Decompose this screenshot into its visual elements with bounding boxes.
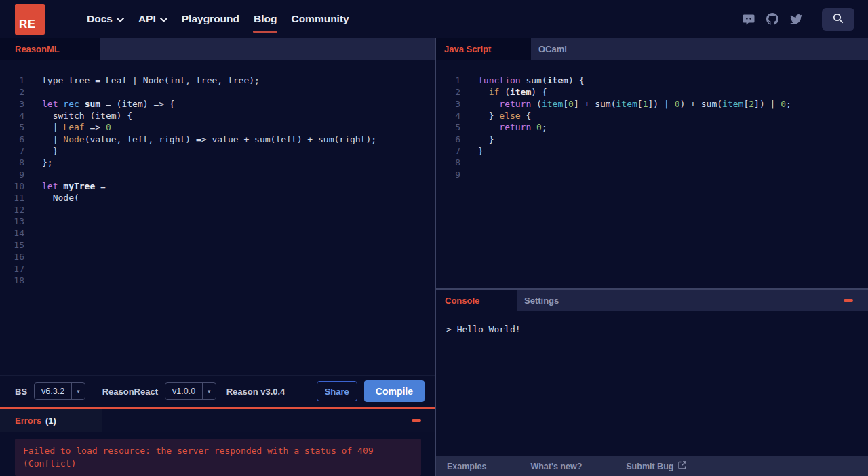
line-number: 12 [0,204,24,216]
chevron-down-icon [117,18,124,22]
code-line: 1function sum(item) { [436,75,868,86]
code-line: 8 [436,157,868,168]
twitter-icon[interactable] [790,14,802,24]
reason-editor-panel: ReasonML 1type tree = Leaf | Node(int, t… [0,38,435,476]
tab-label: ReasonML [15,44,60,54]
code-line: 9 [436,169,868,180]
reason-version-text: Reason v3.0.4 [226,386,285,397]
reason-code-editor[interactable]: 1type tree = Leaf | Node(int, tree, tree… [0,60,435,375]
main-area: ReasonML 1type tree = Leaf | Node(int, t… [0,38,868,476]
code-line: 8}; [0,157,435,168]
tab-console[interactable]: Console [436,290,517,311]
chevron-down-icon [160,18,167,22]
line-number: 9 [0,169,24,180]
footer-label: What's new? [530,462,582,471]
line-number: 4 [436,110,460,121]
code-line: 10let myTree = [0,180,435,192]
error-message: Failed to load resource: the server resp… [15,439,421,476]
code-line: 7 } [0,145,435,157]
code-line: 1type tree = Leaf | Node(int, tree, tree… [0,75,435,86]
nav-item-label: API [138,13,156,25]
tab-errors[interactable]: Errors (1) [0,409,102,432]
nav-item-community[interactable]: Community [291,13,349,25]
code-line: 17 [0,263,435,275]
line-number: 1 [436,75,460,86]
line-number: 18 [0,275,24,286]
errors-title: Errors [15,416,41,426]
javascript-output-editor[interactable]: 1function sum(item) {2 if (item) {3 retu… [436,60,868,288]
chevron-down-icon: ▾ [71,383,85,399]
chevron-down-icon: ▾ [202,383,216,399]
tab-label: Console [445,296,479,306]
line-number: 13 [0,216,24,227]
line-number: 10 [0,180,24,192]
line-number: 16 [0,251,24,262]
tab-label: Settings [524,296,559,306]
line-number: 17 [0,263,24,275]
line-number: 2 [436,86,460,98]
nav-menu: Docs API Playground Blog Community [87,13,349,25]
nav-item-playground[interactable]: Playground [182,13,239,25]
logo-text: RE [19,18,36,31]
footer-whats-new-link[interactable]: What's new? [530,462,582,471]
external-link-icon [678,461,686,471]
nav-item-label: Blog [254,13,277,25]
nav-right [743,8,868,31]
line-number: 14 [0,227,24,239]
collapse-errors-icon[interactable] [412,419,421,422]
right-tabbar: Java Script OCaml [436,38,868,60]
code-line: 3let rec sum = (item) => { [0,98,435,110]
reasonreact-version-select[interactable]: v1.0.0 ▾ [165,382,216,400]
code-line: 16 [0,251,435,262]
nav-item-api[interactable]: API [138,13,167,25]
nav-item-blog[interactable]: Blog [254,13,277,25]
footer-submit-bug-link[interactable]: Submit Bug [626,461,686,471]
errors-content: Failed to load resource: the server resp… [0,432,435,476]
code-line: 2 if (item) { [436,86,868,98]
code-line: 13 [0,216,435,227]
code-line: 14 [0,227,435,239]
output-panel: Java Script OCaml 1function sum(item) {2… [436,38,868,476]
tab-label: Java Script [444,44,491,54]
tab-settings[interactable]: Settings [517,290,559,311]
tab-ocaml[interactable]: OCaml [531,38,567,60]
line-number: 2 [0,86,24,98]
left-tabbar: ReasonML [0,38,435,60]
share-button[interactable]: Share [317,381,357,401]
tab-reasonml[interactable]: ReasonML [0,38,100,60]
code-line: 11 Node( [0,192,435,203]
line-number: 6 [436,134,460,145]
console-tabbar: Console Settings [436,290,868,311]
line-number: 1 [0,75,24,86]
errors-header: Errors (1) [0,409,435,432]
footer: Examples What's new? Submit Bug [436,456,868,476]
line-number: 5 [0,121,24,133]
line-number: 9 [436,169,460,180]
code-line: 9 [0,169,435,180]
console-log-line: > Hello World! [446,324,521,334]
code-line: 2 [0,86,435,98]
errors-count-badge: (1) [45,416,56,426]
search-button[interactable] [822,8,854,31]
code-line: 4 } else { [436,110,868,121]
line-number: 4 [0,110,24,121]
tab-javascript[interactable]: Java Script [436,38,531,60]
discord-icon[interactable] [743,14,755,25]
reasonreact-version-value: v1.0.0 [165,383,202,399]
bs-version-select[interactable]: v6.3.2 ▾ [34,382,85,400]
code-line: 15 [0,239,435,251]
code-line: 7} [436,145,868,157]
line-number: 5 [436,121,460,133]
code-line: 5 | Leaf => 0 [0,121,435,133]
code-line: 4 switch (item) { [0,110,435,121]
footer-examples-link[interactable]: Examples [447,462,486,471]
github-icon[interactable] [766,13,778,25]
reason-logo[interactable]: RE [15,4,45,35]
tab-label: OCaml [538,44,567,54]
nav-item-label: Community [291,13,349,25]
compile-button[interactable]: Compile [364,380,425,402]
code-line: 6 } [436,134,868,145]
line-number: 8 [436,157,460,168]
collapse-console-icon[interactable] [844,299,853,302]
nav-item-docs[interactable]: Docs [87,13,124,25]
